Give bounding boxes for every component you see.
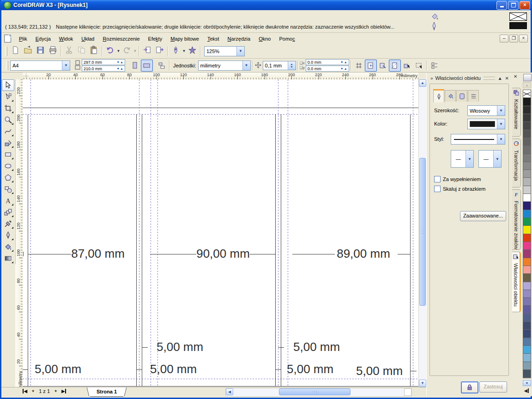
menu-item-widok[interactable]: Widok xyxy=(55,34,78,43)
duplicate-y-field[interactable]: 0.0 mm▼▲ xyxy=(306,66,349,72)
color-swatch[interactable] xyxy=(523,218,531,226)
color-swatch[interactable] xyxy=(523,194,531,202)
set-for-all-pages-button[interactable] xyxy=(156,60,168,72)
dimension-label[interactable]: 5,00 mm xyxy=(287,362,333,376)
color-swatch[interactable] xyxy=(523,370,531,378)
horizontal-scrollbar[interactable]: ◀ ▶ xyxy=(225,388,412,397)
dimension-label[interactable]: 5,00 mm xyxy=(35,362,81,376)
menu-item-tekst[interactable]: Tekst xyxy=(203,34,224,43)
page-tab[interactable]: Strona 1 xyxy=(90,387,123,397)
color-swatch[interactable] xyxy=(523,258,531,266)
vertical-ruler[interactable]: milimetry 22020018016014012010080604020 xyxy=(15,79,23,387)
app-launcher-button[interactable] xyxy=(169,45,182,57)
freehand-tool[interactable] xyxy=(2,126,14,137)
export-button[interactable] xyxy=(153,45,166,57)
flyout-arrow-icon[interactable] xyxy=(12,111,13,113)
docker-summary-tab[interactable] xyxy=(468,90,479,102)
doc-close-button[interactable]: × xyxy=(519,35,528,42)
flyout-arrow-icon[interactable] xyxy=(12,181,13,182)
restore-button[interactable] xyxy=(508,1,519,10)
dimension-line[interactable] xyxy=(142,347,148,348)
toolbar-grip[interactable] xyxy=(5,47,7,56)
basic-shapes-tool[interactable] xyxy=(2,183,14,195)
chevron-down-icon[interactable]: ▼ xyxy=(62,61,70,70)
color-swatch[interactable] xyxy=(523,122,531,130)
flyout-arrow-icon[interactable] xyxy=(12,169,13,171)
zoom-level-combo[interactable]: 125% ▼ xyxy=(204,46,245,56)
color-swatch[interactable] xyxy=(523,114,531,122)
color-swatch[interactable] xyxy=(523,162,531,170)
menu-item-rozmieszczenie[interactable]: Rozmieszczenie xyxy=(98,34,144,43)
color-swatch[interactable] xyxy=(523,282,531,290)
color-swatch[interactable] xyxy=(523,210,531,218)
guideline-vertical[interactable] xyxy=(278,79,278,387)
dimension-label[interactable]: 5,00 mm xyxy=(157,340,203,354)
dimension-label[interactable]: 5,00 mm xyxy=(293,340,340,354)
chevron-down-icon[interactable]: ▼ xyxy=(497,134,505,144)
flyout-arrow-icon[interactable] xyxy=(12,100,13,102)
menu-item-edycja[interactable]: Edycja xyxy=(31,34,55,43)
shape-tool[interactable] xyxy=(2,91,14,103)
save-button[interactable] xyxy=(34,45,47,57)
spin-arrows-icon[interactable]: ▼▲ xyxy=(340,60,349,64)
menu-item-plik[interactable]: Plik xyxy=(15,34,31,43)
outline-color-combo[interactable]: ▼ xyxy=(467,119,505,129)
color-swatch[interactable] xyxy=(523,250,531,258)
flyout-arrow-icon[interactable] xyxy=(12,192,13,194)
color-swatch[interactable] xyxy=(523,362,531,370)
palette-scroll-down-icon[interactable]: ▼ xyxy=(523,380,531,386)
docker-fill-tab[interactable] xyxy=(445,90,456,102)
paste-button[interactable] xyxy=(88,45,100,57)
dimension-label[interactable]: 87,00 mm xyxy=(70,247,126,261)
guideline-vertical[interactable] xyxy=(139,79,139,387)
color-swatch[interactable] xyxy=(523,322,531,330)
menu-item-okno[interactable]: Okno xyxy=(254,34,275,43)
scroll-up-button[interactable]: ▲ xyxy=(419,79,426,87)
cut-button[interactable] xyxy=(63,45,75,57)
spin-arrows-icon[interactable]: ▲▼ xyxy=(288,61,296,70)
snap-to-grid-button[interactable] xyxy=(353,60,365,72)
color-swatch[interactable] xyxy=(523,178,531,186)
color-swatch[interactable] xyxy=(523,306,531,314)
paper-type-combo[interactable]: A4 ▼ xyxy=(10,60,70,71)
zoom-tool[interactable] xyxy=(2,114,14,126)
interactive-blend-tool[interactable] xyxy=(2,206,14,218)
dimension-tick[interactable] xyxy=(23,252,24,256)
doc-minimize-button[interactable]: – xyxy=(500,35,508,42)
end-arrowhead-combo[interactable]: — ▼ xyxy=(478,150,502,168)
marquee-select-button[interactable] xyxy=(413,60,425,72)
guideline-vertical[interactable] xyxy=(413,79,413,387)
outline-pen-tool[interactable] xyxy=(2,230,14,241)
color-swatch[interactable] xyxy=(523,346,531,354)
flyout-arrow-icon[interactable] xyxy=(12,227,13,229)
new-button[interactable] xyxy=(9,45,22,57)
docker-tab-formatowanie-znak-w[interactable]: FFormatowanie znaków xyxy=(512,189,521,250)
dimension-line[interactable] xyxy=(250,254,275,254)
color-swatch[interactable] xyxy=(523,314,531,322)
outline-color-swatch[interactable] xyxy=(509,22,527,29)
corel-online-button[interactable] xyxy=(186,45,199,57)
no-color-swatch[interactable] xyxy=(523,90,531,98)
color-swatch[interactable] xyxy=(523,154,531,162)
flyout-arrow-icon[interactable] xyxy=(12,123,13,125)
treat-as-filled-button[interactable] xyxy=(401,60,413,72)
palette-expand-icon[interactable]: ◀ xyxy=(524,388,529,393)
docker-tab-transformacja[interactable]: Transformacja xyxy=(512,139,521,187)
dimension-line[interactable] xyxy=(278,347,284,348)
close-button[interactable]: × xyxy=(520,1,530,10)
color-swatch[interactable] xyxy=(523,226,531,234)
interactive-fill-tool[interactable] xyxy=(2,253,14,264)
guideline-vertical[interactable] xyxy=(151,79,151,387)
minimize-button[interactable] xyxy=(496,1,507,10)
no-fill-swatch[interactable] xyxy=(509,12,527,21)
docker-general-tab[interactable] xyxy=(456,90,467,102)
apply-button[interactable]: Zastosuj xyxy=(479,381,507,393)
dimension-line[interactable] xyxy=(150,254,196,254)
color-swatch[interactable] xyxy=(523,130,531,138)
docker-tab-kszta-towanie[interactable]: Kształtowanie xyxy=(512,88,521,137)
vertical-scrollbar[interactable]: ▲ ▼ xyxy=(418,79,426,387)
dimension-line[interactable] xyxy=(292,254,335,254)
dimension-line[interactable] xyxy=(410,371,417,371)
menu-item-pomoc[interactable]: Pomoc xyxy=(275,34,299,43)
dynamic-guides-button[interactable] xyxy=(389,60,401,72)
